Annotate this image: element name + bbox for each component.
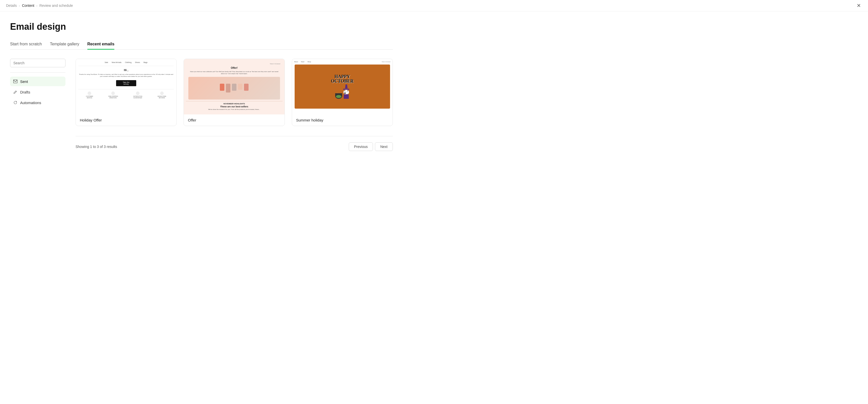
email-grid: Sale New Arrivals Clothing Shoes Bags Hi… — [75, 59, 393, 151]
breadcrumb-sep-1: › — [19, 4, 20, 7]
tabs-bar: Start from scratch Template gallery Rece… — [10, 39, 393, 50]
breadcrumb-details[interactable]: Details — [6, 3, 17, 7]
sidebar-item-automations[interactable]: Automations — [10, 98, 65, 107]
email-label-summer-holiday: Summer holiday — [292, 114, 393, 126]
close-button[interactable]: ✕ — [856, 2, 862, 9]
sidebar-item-drafts[interactable]: Drafts — [10, 87, 65, 97]
page-title: Email design — [10, 22, 393, 32]
email-preview-offer: View in browser Offer! Have you tried ou… — [184, 59, 284, 114]
breadcrumb-content[interactable]: Content — [22, 3, 34, 7]
automations-label: Automations — [20, 100, 41, 105]
previous-button[interactable]: Previous — [349, 142, 373, 151]
sidebar-item-sent[interactable]: Sent — [10, 77, 65, 86]
sent-label: Sent — [20, 79, 28, 84]
content-area: Sent Drafts — [10, 59, 393, 151]
email-cards: Sale New Arrivals Clothing Shoes Bags Hi… — [75, 59, 393, 126]
email-card-holiday-offer[interactable]: Sale New Arrivals Clothing Shoes Bags Hi… — [75, 59, 177, 126]
breadcrumb-review: Review and schedule — [39, 3, 73, 7]
results-text: Showing 1 to 3 of 3 results — [75, 145, 117, 149]
email-preview-holiday: Sale New Arrivals Clothing Shoes Bags Hi… — [76, 59, 176, 114]
edit-icon — [13, 90, 18, 94]
refresh-icon — [13, 100, 18, 105]
tab-template-gallery[interactable]: Template gallery — [50, 39, 79, 50]
search-input[interactable] — [10, 59, 65, 67]
drafts-label: Drafts — [20, 90, 30, 94]
email-label-offer: Offer — [184, 114, 284, 126]
breadcrumb-bar: Details › Content › Review and schedule … — [0, 0, 868, 11]
pagination-buttons: Previous Next — [349, 142, 393, 151]
sidebar-divider — [10, 72, 65, 73]
email-preview-halloween: About New! Shop View in browser HAPPYOCT… — [292, 59, 393, 114]
main-container: Email design Start from scratch Template… — [0, 11, 403, 161]
tab-start-from-scratch[interactable]: Start from scratch — [10, 39, 42, 50]
email-card-summer-holiday[interactable]: About New! Shop View in browser HAPPYOCT… — [292, 59, 393, 126]
email-card-offer[interactable]: View in browser Offer! Have you tried ou… — [184, 59, 284, 126]
envelope-icon — [13, 79, 18, 84]
email-label-holiday-offer: Holiday Offer — [76, 114, 176, 126]
sidebar: Sent Drafts — [10, 59, 65, 108]
footer-row: Showing 1 to 3 of 3 results Previous Nex… — [75, 136, 393, 151]
breadcrumb-sep-2: › — [36, 4, 37, 7]
next-button[interactable]: Next — [375, 142, 393, 151]
tab-recent-emails[interactable]: Recent emails — [87, 39, 115, 50]
